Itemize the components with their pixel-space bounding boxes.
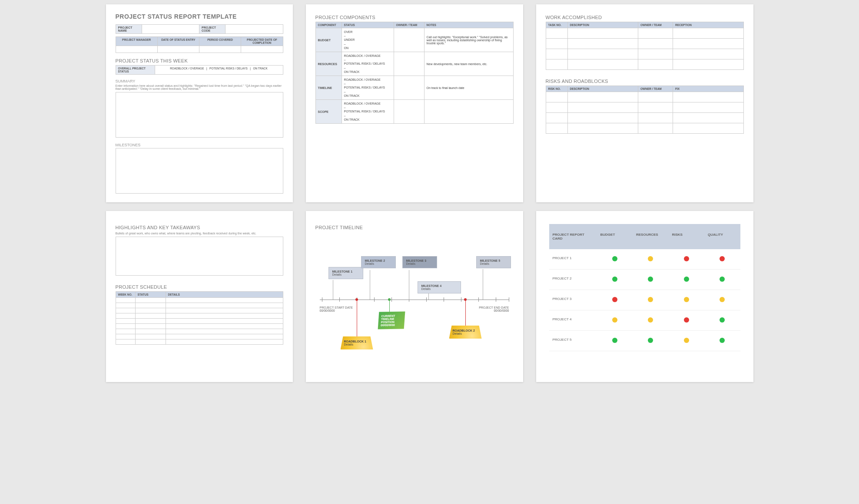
page-status-report: PROJECT STATUS REPORT TEMPLATE PROJECT N… bbox=[106, 4, 293, 202]
report-row-3: PROJECT 3 bbox=[549, 290, 740, 310]
schedule-title: PROJECT SCHEDULE bbox=[116, 284, 283, 290]
highlights-title: HIGHLIGHTS AND KEY TAKEAWAYS bbox=[116, 225, 283, 230]
highlights-hint: Bullets of great work, who owns what, wh… bbox=[116, 232, 283, 235]
current-position-box: CURRENT TIMELINE POSITION 00/00/0000 bbox=[378, 311, 405, 329]
table-row[interactable] bbox=[116, 298, 283, 303]
milestone-1-box: MILESTONE 1 Details bbox=[328, 267, 363, 279]
project-name-value[interactable] bbox=[142, 25, 199, 34]
page-report-card: PROJECT REPORT CARD BUDGET RESOURCES RIS… bbox=[536, 211, 753, 382]
table-row[interactable] bbox=[116, 308, 283, 313]
risks-title: RISKS AND ROADBLOCKS bbox=[546, 79, 744, 84]
page-highlights-schedule: HIGHLIGHTS AND KEY TAKEAWAYS Bullets of … bbox=[106, 211, 293, 382]
start-label: PROJECT START DATE 00/00/0000 bbox=[320, 306, 353, 312]
page-work-risks: WORK ACCOMPLISHED TASK NO. DESCRIPTION O… bbox=[536, 4, 753, 202]
highlights-box[interactable] bbox=[116, 237, 283, 276]
status-light bbox=[612, 297, 617, 302]
status-light bbox=[612, 277, 617, 282]
components-table: COMPONENT STATUS OWNER / TEAM NOTES BUDG… bbox=[315, 22, 514, 124]
report-row-2: PROJECT 2 bbox=[549, 270, 740, 290]
status-light bbox=[612, 338, 617, 343]
risks-table: RISK NO. DESCRIPTION OWNER / TEAM FIX bbox=[546, 86, 744, 134]
status-light bbox=[648, 338, 653, 343]
report-card-table: PROJECT REPORT CARD BUDGET RESOURCES RIS… bbox=[549, 224, 740, 351]
status-light bbox=[720, 317, 725, 323]
summary-box[interactable] bbox=[116, 92, 283, 138]
milestones-title: MILESTONES bbox=[116, 143, 283, 147]
project-code-value[interactable] bbox=[226, 25, 283, 34]
table-row[interactable] bbox=[546, 102, 743, 113]
project-name-label: PROJECT NAME bbox=[116, 25, 142, 34]
status-week-title: PROJECT STATUS THIS WEEK bbox=[116, 58, 283, 63]
status-options[interactable]: ROADBLOCK / OVERAGE | POTENTIAL RISKS / … bbox=[155, 66, 283, 75]
status-light bbox=[684, 256, 689, 261]
report-row-5: PROJECT 5 bbox=[549, 331, 740, 351]
status-light bbox=[720, 256, 725, 261]
overall-status-label: OVERALL PROJECT STATUS bbox=[116, 66, 155, 75]
status-light bbox=[612, 317, 617, 323]
row-scope: SCOPE ROADBLOCK / OVERAGE – POTENTIAL RI… bbox=[315, 100, 513, 124]
status-light bbox=[648, 277, 653, 282]
table-row[interactable] bbox=[546, 59, 743, 70]
table-row[interactable] bbox=[116, 329, 283, 334]
status-light bbox=[684, 338, 689, 343]
table-row[interactable] bbox=[546, 113, 743, 123]
table-row[interactable] bbox=[546, 123, 743, 134]
table-row[interactable] bbox=[546, 92, 743, 102]
table-row[interactable] bbox=[116, 319, 283, 324]
timeline-diagram: MILESTONE 1 Details MILESTONE 2 Details … bbox=[315, 239, 514, 373]
report-row-4: PROJECT 4 bbox=[549, 310, 740, 331]
pm-header: PROJECT MANAGER bbox=[116, 37, 157, 46]
work-title: WORK ACCOMPLISHED bbox=[546, 15, 744, 20]
status-light bbox=[720, 338, 725, 343]
status-light bbox=[684, 317, 689, 323]
work-table: TASK NO. DESCRIPTION OWNER / TEAM RECEPT… bbox=[546, 22, 744, 70]
row-resources: RESOURCES ROADBLOCK / OVERAGE – POTENTIA… bbox=[315, 52, 513, 76]
timeline-title: PROJECT TIMELINE bbox=[315, 225, 514, 230]
date-entry-header: DATE OF STATUS ENTRY bbox=[157, 37, 199, 46]
status-light bbox=[684, 277, 689, 282]
meta-table-1: PROJECT NAME PROJECT CODE bbox=[116, 24, 283, 34]
status-light bbox=[648, 317, 653, 323]
table-row[interactable] bbox=[116, 303, 283, 308]
status-light bbox=[648, 297, 653, 302]
project-code-label: PROJECT CODE bbox=[199, 25, 226, 34]
period-header: PERIOD COVERED bbox=[199, 37, 241, 46]
roadblock-1-box: ROADBLOCK 1 Details bbox=[341, 336, 373, 349]
page-components: PROJECT COMPONENTS COMPONENT STATUS OWNE… bbox=[306, 4, 523, 202]
report-row-1: PROJECT 1 bbox=[549, 249, 740, 270]
schedule-table: WEEK NO. STATUS DETAILS bbox=[116, 291, 283, 345]
summary-title: SUMMARY bbox=[116, 79, 283, 83]
status-light bbox=[720, 297, 725, 302]
milestone-4-box: MILESTONE 4 Details bbox=[418, 281, 461, 293]
status-light bbox=[684, 297, 689, 302]
table-row[interactable] bbox=[116, 324, 283, 329]
row-timeline: TIMELINE ROADBLOCK / OVERAGE – POTENTIAL… bbox=[315, 76, 513, 100]
projected-header: PROJECTED DATE OF COMPLETION bbox=[241, 37, 283, 46]
table-row[interactable] bbox=[546, 28, 743, 39]
page-timeline: PROJECT TIMELINE MILESTONE 1 Details MIL… bbox=[306, 211, 523, 382]
timeline-axis bbox=[320, 300, 509, 300]
page-title: PROJECT STATUS REPORT TEMPLATE bbox=[116, 13, 283, 20]
end-label: PROJECT END DATE 00/00/0000 bbox=[479, 306, 509, 312]
milestones-box[interactable] bbox=[116, 148, 283, 194]
table-row[interactable] bbox=[546, 49, 743, 59]
roadblock-2-box: ROADBLOCK 2 Details bbox=[449, 326, 482, 339]
milestone-3-box: MILESTONE 3 Details bbox=[402, 256, 437, 268]
status-week-table: OVERALL PROJECT STATUS ROADBLOCK / OVERA… bbox=[116, 65, 283, 75]
milestone-2-box: MILESTONE 2 Details bbox=[361, 256, 396, 268]
row-budget: BUDGET OVER – UNDER – ON Call out highli… bbox=[315, 28, 513, 52]
table-row[interactable] bbox=[116, 339, 283, 345]
table-row[interactable] bbox=[546, 39, 743, 49]
status-light bbox=[648, 256, 653, 261]
milestone-5-box: MILESTONE 5 Details bbox=[476, 256, 511, 268]
status-light bbox=[720, 277, 725, 282]
summary-hint: Enter information here about overall sta… bbox=[116, 84, 283, 90]
components-title: PROJECT COMPONENTS bbox=[315, 15, 514, 20]
meta-table-2: PROJECT MANAGER DATE OF STATUS ENTRY PER… bbox=[116, 36, 283, 53]
status-light bbox=[612, 256, 617, 261]
table-row[interactable] bbox=[116, 313, 283, 319]
table-row[interactable] bbox=[116, 334, 283, 339]
